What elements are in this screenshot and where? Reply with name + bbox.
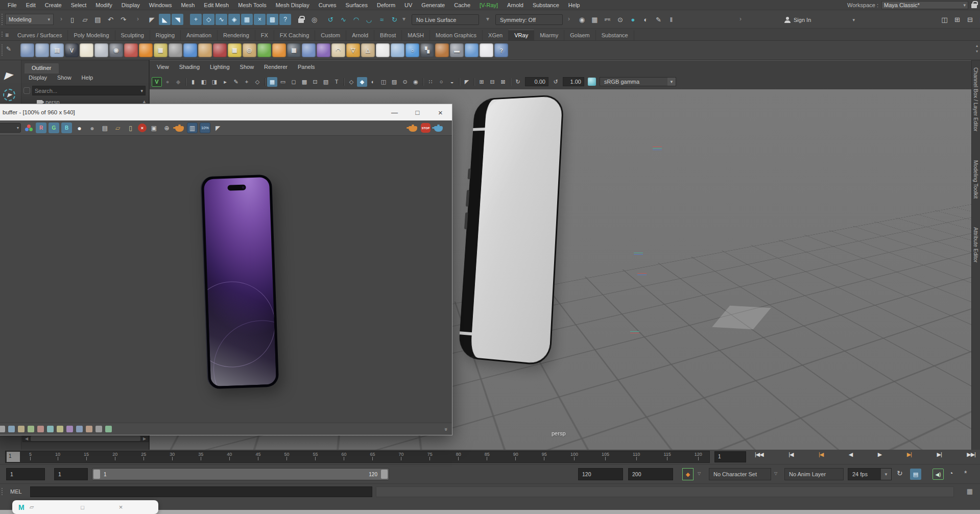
outliner-menu-item[interactable]: Help <box>78 75 98 81</box>
checker-texture-icon[interactable]: ▚ <box>420 43 434 57</box>
shelf-tab[interactable]: Bifrost <box>374 30 402 40</box>
paint-cone-icon[interactable] <box>198 43 212 57</box>
workspace-lock-icon[interactable] <box>971 4 977 8</box>
resolution-gate-icon[interactable]: ◻ <box>289 77 299 87</box>
shelf-tab[interactable]: Arnold <box>346 30 374 40</box>
time-slider-track[interactable]: 1 51015202530354045505560657075808590951… <box>5 451 710 463</box>
maya-app-icon[interactable]: M <box>18 503 25 511</box>
command-line-input[interactable] <box>30 486 372 497</box>
snap-to-grid-icon[interactable]: + <box>190 14 202 25</box>
snap-help-icon[interactable]: ? <box>279 14 291 25</box>
field-chart-icon[interactable]: ⊡ <box>310 77 320 87</box>
two-pane-layout-icon[interactable]: ⊞ <box>951 14 963 25</box>
menu-item[interactable]: Display <box>117 2 145 8</box>
curve-history-4-icon[interactable]: ≈ <box>376 14 388 25</box>
menu-set-dropdown[interactable]: Modeling▾ <box>5 14 54 25</box>
render-settings-icon[interactable]: ⊙ <box>614 14 626 25</box>
symmetry-field[interactable]: Symmetry: Off <box>495 14 563 25</box>
menu-item[interactable]: Curves <box>314 2 341 8</box>
alpha-channel-icon[interactable]: ● <box>87 123 98 133</box>
sphere-outline-icon[interactable]: ○ <box>405 43 419 57</box>
right-panel-tab[interactable]: Attribute Editor <box>973 227 979 262</box>
shelf-tab[interactable]: VRay <box>509 30 534 40</box>
vfb-panel-toggle-icon[interactable] <box>0 426 5 432</box>
xray-joints-icon[interactable]: ◒ <box>447 77 457 87</box>
vfb-title-bar[interactable]: buffer - [100% of 960 x 540] — □ × <box>0 104 452 120</box>
fire-fx-icon[interactable] <box>139 43 153 57</box>
notes-document-icon[interactable] <box>80 43 93 57</box>
menu-item[interactable]: Modify <box>91 2 116 8</box>
filter-icon[interactable] <box>23 87 30 94</box>
pan-zoom-icon[interactable]: + <box>242 77 252 87</box>
grass-icon[interactable] <box>257 43 271 57</box>
vray-viewport-icon[interactable]: V <box>152 77 162 87</box>
clay-sphere-icon[interactable] <box>435 43 449 57</box>
menu-item[interactable]: Surfaces <box>341 2 372 8</box>
shelf-tab[interactable]: MASH <box>402 30 430 40</box>
viewport-menu-item[interactable]: Show <box>235 64 259 70</box>
search-input[interactable]: Search...▾ <box>32 86 146 95</box>
zoom-level-badge[interactable]: 10% <box>200 123 210 133</box>
image-plane-icon[interactable]: ▧ <box>321 77 331 87</box>
motion-blur-icon[interactable]: ◉ <box>411 77 421 87</box>
shelf-tab[interactable]: FX <box>255 30 274 40</box>
ocean-sphere-icon[interactable] <box>465 43 479 57</box>
viewport-menu-item[interactable]: View <box>152 64 174 70</box>
film-gate-icon[interactable]: ▭ <box>278 77 288 87</box>
multi-pane-icon[interactable]: ⊟ <box>487 77 497 87</box>
vfb-layers-icon[interactable] <box>57 426 63 432</box>
menu-item[interactable]: UV <box>400 2 417 8</box>
outliner-menu-item[interactable]: Display <box>25 75 51 81</box>
vray-logo-icon[interactable]: V <box>65 43 79 57</box>
single-pane-layout-icon[interactable]: ◫ <box>939 14 950 25</box>
curve-history-2-icon[interactable]: ◠ <box>350 14 362 25</box>
copy-to-clipboard-icon[interactable]: ▯ <box>125 123 136 133</box>
highlight-selection-icon[interactable]: ◎ <box>308 14 320 25</box>
spider-web-icon[interactable] <box>213 43 227 57</box>
restore-window-icon[interactable]: □ <box>81 504 84 510</box>
vfb-color-correction-icon[interactable] <box>47 426 54 432</box>
lattice-box-icon[interactable]: ▦ <box>154 43 168 57</box>
evaluation-mode-icon[interactable]: * <box>964 469 967 477</box>
input-connections-icon[interactable]: ↺ <box>325 14 337 25</box>
loop-playback-icon[interactable]: ↻ <box>897 469 903 477</box>
quick-render-icon[interactable]: ▩ <box>267 14 278 25</box>
interactive-render-teapot-icon[interactable] <box>434 126 443 132</box>
red-channel-button[interactable]: R <box>36 123 46 133</box>
shelf-tab[interactable]: Motion Graphics <box>430 30 483 40</box>
mono-channel-icon[interactable]: ● <box>74 123 85 133</box>
isolate-select-icon[interactable]: ∷ <box>425 77 436 87</box>
snap-to-view-plane-icon[interactable]: ▦ <box>241 14 253 25</box>
play-backwards-button[interactable]: ◀ <box>849 451 852 458</box>
character-set-dropdown[interactable]: No Character Set <box>709 468 771 480</box>
redo-icon[interactable]: ↷ <box>117 14 129 25</box>
ipr-render-icon[interactable]: IPR <box>602 14 613 25</box>
step-forward-key-button[interactable]: ▶| <box>907 451 912 458</box>
vfb-compare-vertical-icon[interactable] <box>95 426 102 432</box>
exposure-toggle-icon[interactable]: ↻ <box>513 77 523 87</box>
purple-material-icon[interactable] <box>317 43 330 57</box>
anim-layer-dropdown[interactable]: No Anim Layer <box>784 468 844 480</box>
render-current-frame-icon[interactable]: ▦ <box>589 14 601 25</box>
rgb-channels-icon[interactable] <box>23 123 34 133</box>
open-scene-icon[interactable]: ▱ <box>79 14 91 25</box>
vfb-crop-icon[interactable] <box>37 426 44 432</box>
vfb-zoom-icon[interactable] <box>18 426 25 432</box>
live-surface-field[interactable]: No Live Surface <box>412 14 479 25</box>
select-tool-icon[interactable]: ◤ <box>146 14 158 25</box>
vfb-compare-horizontal-icon[interactable] <box>86 426 92 432</box>
hypershade-icon[interactable]: ● <box>627 14 639 25</box>
select-cursor-icon[interactable]: ◤ <box>462 77 472 87</box>
save-scene-icon[interactable]: ▤ <box>92 14 104 25</box>
menu-item[interactable]: Cache <box>449 2 475 8</box>
vfb-pan-icon[interactable] <box>28 426 34 432</box>
snapshot-icon[interactable]: ⊞ <box>476 77 487 87</box>
minimize-button[interactable]: — <box>383 104 406 120</box>
shelf-tab[interactable]: Rigging <box>150 30 181 40</box>
menu-item[interactable]: Mesh Display <box>271 2 314 8</box>
vfb-render-canvas[interactable] <box>0 136 452 423</box>
shelf-tab[interactable]: Animation <box>181 30 218 40</box>
right-panel-tab[interactable]: Modeling Toolkit <box>973 160 979 199</box>
fps-dropdown[interactable]: 24 fps▼ <box>848 468 892 480</box>
view-transform-swatch-icon[interactable] <box>588 78 596 86</box>
